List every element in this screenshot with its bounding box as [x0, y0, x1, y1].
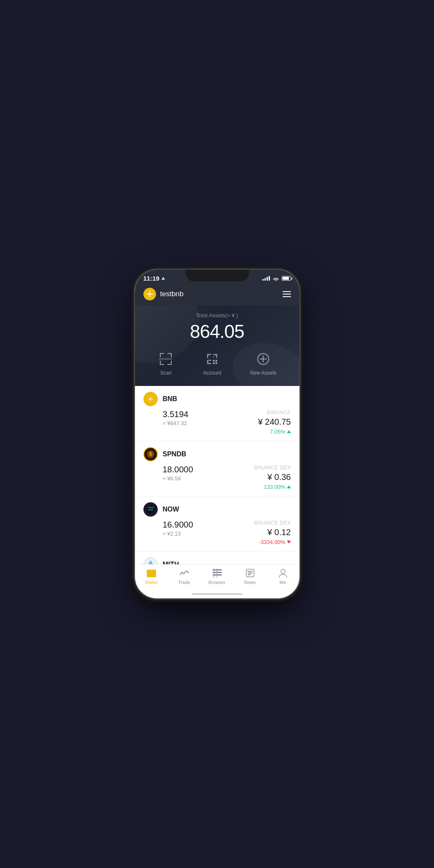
now-details: 16.9000 ≈ ¥2.13 BINANCE DEX ¥ 0.12 -3334…: [143, 520, 291, 545]
bnb-change-up-icon: [287, 430, 291, 433]
home-bar: [192, 593, 243, 595]
scan-button[interactable]: Scan: [157, 351, 174, 376]
svg-rect-31: [260, 359, 267, 359]
total-assets-value: 864.05: [143, 321, 291, 342]
nav-browser[interactable]: Browser: [205, 568, 230, 585]
total-assets-label: Total Assets(≈ ¥ ): [143, 312, 291, 319]
asset-header-bnb: BNB: [143, 392, 291, 406]
app-header: testbnb: [135, 284, 299, 305]
svg-rect-27: [213, 362, 215, 364]
mith-symbol: MITH: [163, 561, 179, 564]
spndb-price: ¥ 0.36: [267, 472, 291, 482]
svg-rect-1: [160, 353, 164, 354]
spndb-right: BINANCE DEX ¥ 0.36 133.00%: [254, 465, 291, 490]
svg-rect-51: [248, 574, 251, 575]
bottom-nav: Wallet Trade: [135, 564, 299, 592]
wallet-icon: [146, 568, 156, 578]
svg-rect-19: [215, 355, 216, 356]
bnb-details: 3.5194 ≈ ¥847.32 Binance ¥ 240.75 7.05%: [143, 410, 291, 435]
svg-rect-25: [213, 360, 215, 362]
bnb-exchange: Binance: [267, 410, 291, 415]
browser-nav-label: Browser: [208, 580, 225, 585]
svg-point-41: [154, 574, 154, 575]
svg-rect-50: [248, 573, 253, 573]
account-icon: [204, 351, 221, 367]
asset-item-spndb[interactable]: $ SPNDB 18.0000 ≈ ¥6.58 BINANCE DEX ¥ 0.…: [135, 441, 299, 496]
status-time-display: 11:19: [143, 275, 165, 282]
spndb-symbol: SPNDB: [163, 450, 186, 458]
svg-text:TOKEN: TOKEN: [147, 506, 153, 509]
asset-header-now: NOW TOKEN NOW: [143, 502, 291, 517]
svg-text:NOW: NOW: [148, 509, 153, 511]
trade-nav-label: Trade: [178, 580, 190, 585]
svg-rect-13: [207, 356, 208, 357]
now-value-cny: ≈ ¥2.13: [163, 530, 193, 537]
bnb-logo-icon: [143, 288, 156, 300]
svg-rect-30: [263, 356, 264, 362]
time-text: 11:19: [143, 275, 159, 282]
svg-rect-18: [213, 356, 214, 357]
svg-rect-24: [208, 362, 209, 363]
menu-button[interactable]: [283, 291, 291, 297]
scan-icon: [157, 351, 174, 367]
new-assets-icon: [255, 351, 272, 367]
bnb-value-cny: ≈ ¥847.32: [163, 420, 189, 426]
svg-rect-3: [167, 353, 172, 354]
bnb-right: Binance ¥ 240.75 7.05%: [258, 410, 291, 435]
asset-header-spndb: $ SPNDB: [143, 447, 291, 461]
svg-rect-28: [216, 362, 217, 364]
svg-rect-46: [213, 568, 215, 578]
svg-rect-6: [160, 361, 161, 365]
svg-rect-9: [159, 359, 173, 359]
spndb-details: 18.0000 ≈ ¥6.58 BINANCE DEX ¥ 0.36 133.0…: [143, 465, 291, 490]
bnb-left: 3.5194 ≈ ¥847.32: [163, 410, 189, 426]
bnb-amount: 3.5194: [163, 410, 189, 419]
svg-rect-47: [216, 568, 218, 578]
header-title: testbnb: [160, 290, 184, 298]
svg-rect-17: [213, 354, 214, 355]
spndb-left: 18.0000 ≈ ¥6.58: [163, 465, 193, 482]
svg-rect-2: [160, 353, 161, 357]
account-button[interactable]: Account: [203, 351, 221, 376]
now-symbol: NOW: [163, 506, 179, 513]
asset-item-mith[interactable]: MITH 22.8900 ≈ ¥8.02 BINANCE DEX ¥ 0.35 …: [135, 552, 299, 564]
asset-item-now[interactable]: NOW TOKEN NOW 16.9000 ≈ ¥2.13 BINANCE DE…: [135, 496, 299, 552]
spndb-asset-logo: $: [143, 447, 158, 461]
me-nav-label: Me: [280, 580, 286, 585]
svg-rect-26: [216, 360, 217, 362]
asset-list: BNB 3.5194 ≈ ¥847.32 Binance ¥ 240.75 7.…: [135, 386, 299, 564]
svg-rect-11: [207, 354, 208, 358]
asset-item-bnb[interactable]: BNB 3.5194 ≈ ¥847.32 Binance ¥ 240.75 7.…: [135, 386, 299, 441]
trade-icon: [179, 568, 189, 578]
new-assets-button[interactable]: New Assets: [250, 351, 277, 376]
now-amount: 16.9000: [163, 520, 193, 530]
spndb-exchange: BINANCE DEX: [254, 465, 291, 471]
header-left: testbnb: [143, 288, 184, 300]
svg-rect-49: [248, 571, 253, 572]
scan-label: Scan: [160, 370, 172, 376]
svg-rect-16: [216, 354, 217, 358]
nav-wallet[interactable]: Wallet: [139, 568, 164, 585]
bnb-price: ¥ 240.75: [258, 417, 291, 427]
svg-point-52: [281, 569, 285, 573]
nav-news[interactable]: News: [237, 568, 263, 585]
svg-text:$: $: [149, 452, 152, 456]
now-left: 16.9000 ≈ ¥2.13: [163, 520, 193, 537]
new-assets-label: New Assets: [250, 370, 277, 376]
signal-bars-icon: [262, 276, 270, 281]
nav-me[interactable]: Me: [270, 568, 296, 585]
hero-section: Total Assets(≈ ¥ ) 864.05: [135, 305, 299, 386]
status-icons: [262, 276, 291, 281]
bnb-asset-logo: [143, 392, 158, 406]
notch: [186, 270, 249, 281]
spndb-amount: 18.0000: [163, 465, 193, 474]
mith-asset-logo: [143, 557, 158, 564]
battery-icon: [282, 276, 291, 281]
svg-rect-23: [210, 363, 210, 364]
nav-trade[interactable]: Trade: [172, 568, 197, 585]
news-nav-label: News: [244, 580, 256, 585]
now-exchange: BINANCE DEX: [254, 520, 291, 526]
now-right: BINANCE DEX ¥ 0.12 -3334.00%: [254, 520, 291, 545]
wifi-icon: [272, 276, 279, 281]
svg-rect-12: [210, 354, 210, 355]
